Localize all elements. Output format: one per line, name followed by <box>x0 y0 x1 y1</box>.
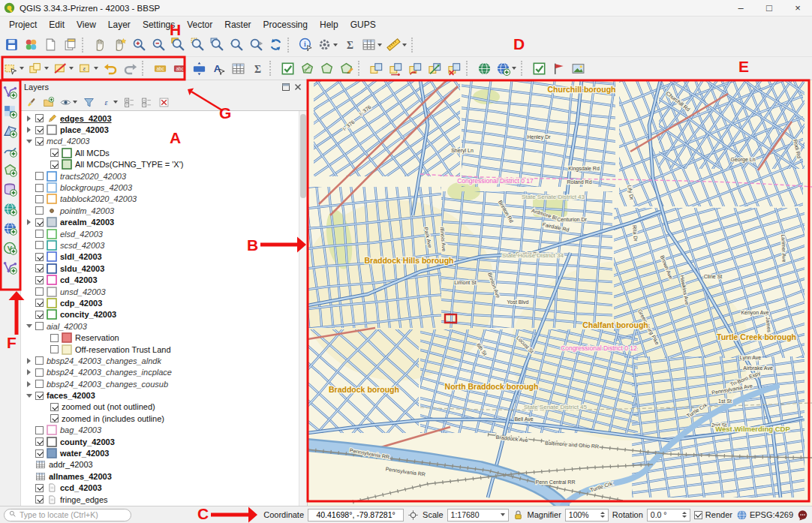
expander-icon[interactable] <box>26 380 32 387</box>
locate-search[interactable] <box>4 509 131 521</box>
layer-item-cd-42003[interactable]: cd_42003 <box>21 274 307 285</box>
layer-item-edges-42003[interactable]: edges_42003 <box>21 113 307 124</box>
open-attribute-table-button[interactable] <box>359 35 384 55</box>
layer-visibility-checkbox[interactable] <box>35 495 44 503</box>
select-features-by-area-button[interactable] <box>2 59 26 78</box>
scrollbar-thumb[interactable] <box>300 114 306 198</box>
refresh-map-button[interactable] <box>266 35 285 55</box>
panel-close-icon[interactable] <box>292 82 304 92</box>
layer-visibility-checkbox[interactable] <box>35 426 44 434</box>
add-web-service-layer-button[interactable] <box>494 59 519 78</box>
layer-visibility-checkbox[interactable] <box>35 322 44 330</box>
add-arcgis-rest-layer-button[interactable]: V <box>1 238 20 257</box>
zoom-to-selection-button[interactable] <box>188 35 207 55</box>
layer-item-zoomed-out-not-outlined[interactable]: zoomed out (not outlined) <box>21 401 307 413</box>
layer-visibility-checkbox[interactable] <box>50 414 59 422</box>
layer-visibility-checkbox[interactable] <box>35 392 44 400</box>
layer-visibility-checkbox[interactable] <box>35 264 44 272</box>
layer-item-sldu-42003[interactable]: sldu_42003 <box>21 263 307 274</box>
menu-view[interactable]: View <box>71 18 102 32</box>
field-calculator-button[interactable]: Σ <box>248 59 267 78</box>
collapse-all-button[interactable] <box>139 95 155 110</box>
layer-labeling-options-button[interactable]: abc <box>150 59 170 78</box>
layer-item-place-42003[interactable]: place_42003 <box>21 124 307 135</box>
layer-item-allnames-42003[interactable]: allnames_42003 <box>21 470 307 482</box>
layer-item-arealm-42003[interactable]: arealm_42003 <box>21 217 307 228</box>
add-raster-layer-button[interactable] <box>1 101 20 121</box>
menu-project[interactable]: Project <box>3 18 43 32</box>
layer-visibility-checkbox[interactable] <box>35 137 44 146</box>
layer-item-faces-42003[interactable]: faces_42003 <box>21 389 307 401</box>
add-wms-layer-button[interactable] <box>1 199 20 218</box>
menu-edit[interactable]: Edit <box>43 18 71 32</box>
layer-item-zoomed-in-includes-outline[interactable]: zoomed in (includes outline) <box>21 413 307 424</box>
manage-map-themes-button[interactable] <box>58 95 80 110</box>
select-features-by-value-button[interactable] <box>26 59 51 78</box>
expander-icon[interactable] <box>26 219 32 226</box>
messages-icon[interactable] <box>797 509 808 521</box>
zoom-full-button[interactable] <box>168 35 188 55</box>
layer-item-elsd-42003[interactable]: elsd_42003 <box>21 228 307 239</box>
layer-visibility-checkbox[interactable] <box>35 380 44 388</box>
layer-visibility-checkbox[interactable] <box>35 287 44 296</box>
show-layout-manager-button[interactable] <box>60 35 80 55</box>
expand-all-button[interactable] <box>122 95 137 110</box>
merge-features-button[interactable] <box>425 59 444 78</box>
layer-visibility-checkbox[interactable] <box>50 334 59 342</box>
validate-topology-button[interactable] <box>317 59 336 78</box>
menu-vector[interactable]: Vector <box>181 18 218 32</box>
panel-dock-icon[interactable] <box>280 82 292 92</box>
add-database-layer-button[interactable] <box>1 179 20 199</box>
zoom-to-layer-button[interactable] <box>207 35 227 55</box>
layer-item-concity-42003[interactable]: concity_42003 <box>21 309 307 320</box>
layer-item-bbsp24-42003-changes-alndk[interactable]: bbsp24_42003_changes_alndk <box>21 355 307 366</box>
layer-visibility-checkbox[interactable] <box>35 253 44 261</box>
delete-selected-button[interactable] <box>444 59 464 78</box>
digitize-with-pencil-button[interactable] <box>336 59 356 78</box>
move-features-button[interactable] <box>386 59 405 78</box>
layer-visibility-checkbox[interactable] <box>35 356 44 365</box>
menu-layer[interactable]: Layer <box>102 18 137 32</box>
run-feature-action-button[interactable] <box>315 35 340 55</box>
layer-visibility-checkbox[interactable] <box>50 161 59 169</box>
spin-arrows-icon[interactable] <box>600 512 605 518</box>
move-label-button[interactable] <box>189 59 209 78</box>
expander-icon[interactable] <box>26 138 32 145</box>
layer-item-all-mcds[interactable]: All MCDs <box>21 147 307 158</box>
layer-item-addr-42003[interactable]: addr_42003 <box>21 459 307 470</box>
layer-visibility-checkbox[interactable] <box>35 437 44 446</box>
rotate-features-button[interactable] <box>405 59 425 78</box>
menu-settings[interactable]: Settings <box>137 18 181 32</box>
layer-visibility-checkbox[interactable] <box>35 172 44 180</box>
metasearch-catalog-button[interactable] <box>474 59 494 78</box>
add-wfs-layer-button[interactable] <box>1 218 20 238</box>
redo-button[interactable] <box>120 59 140 78</box>
layer-visibility-checkbox[interactable] <box>35 241 44 249</box>
expander-icon[interactable] <box>26 357 32 364</box>
zoom-in-button[interactable] <box>129 35 149 55</box>
layer-visibility-checkbox[interactable] <box>35 299 44 307</box>
save-project-button[interactable] <box>2 35 21 55</box>
layer-visibility-checkbox[interactable] <box>35 276 44 284</box>
layer-item-tabblock2020-42003[interactable]: tabblock2020_42003 <box>21 194 307 205</box>
map-canvas[interactable]: Churchill RdHenley DrSheryl LnKingsdale … <box>308 80 812 506</box>
layer-diagram-options-button[interactable]: abc <box>170 59 189 78</box>
change-label-properties-button[interactable]: A <box>209 59 228 78</box>
zoom-out-button[interactable] <box>149 35 168 55</box>
expander-icon[interactable] <box>26 369 32 376</box>
menu-gups[interactable]: GUPS <box>344 18 382 32</box>
identify-features-button[interactable]: i <box>296 35 315 55</box>
spin-arrows-icon[interactable] <box>682 512 687 518</box>
spatial-bookmarks-button[interactable] <box>549 59 568 78</box>
add-virtual-layer-button[interactable] <box>1 257 20 277</box>
layer-item-tracts2020-42003[interactable]: tracts2020_42003 <box>21 170 307 182</box>
close-button[interactable]: × <box>783 0 812 16</box>
georeferencer-button[interactable] <box>568 59 588 78</box>
attribute-grid-button[interactable] <box>228 59 248 78</box>
layer-item-ccd-42003[interactable]: ccd_42003 <box>21 482 307 494</box>
open-layer-styling-button[interactable] <box>23 95 39 110</box>
layer-visibility-checkbox[interactable] <box>35 114 44 122</box>
layer-item-all-mcds-chng-type-x[interactable]: All MCDs(CHNG_TYPE = 'X') <box>21 159 307 170</box>
layer-item-bag-42003[interactable]: bag_42003 <box>21 425 307 436</box>
pan-map-to-selection-button[interactable] <box>110 35 129 55</box>
